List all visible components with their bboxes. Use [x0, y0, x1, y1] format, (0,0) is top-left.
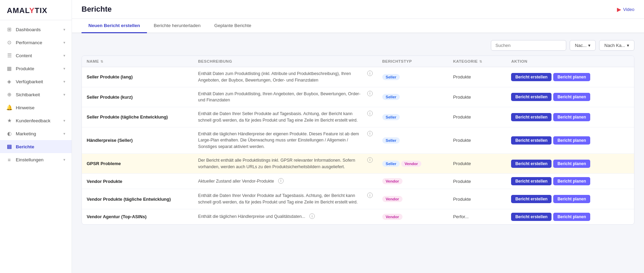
info-icon[interactable]: i: [278, 178, 284, 184]
video-icon: ▶: [617, 6, 621, 13]
sidebar-item-label-berichte: Berichte: [16, 144, 34, 149]
row-kategorie: Produkte: [448, 67, 507, 87]
row-actions: Bericht erstellenBericht planen: [506, 153, 634, 174]
info-icon[interactable]: i: [309, 213, 315, 219]
row-actions: Bericht erstellenBericht planen: [506, 107, 634, 127]
tab-neuen[interactable]: Neuen Bericht erstellen: [82, 19, 147, 33]
info-icon[interactable]: i: [367, 193, 373, 198]
row-actions: Bericht erstellenBericht planen: [506, 209, 634, 224]
chevron-icon: ▾: [63, 40, 65, 45]
chevron-icon: ▾: [63, 119, 65, 123]
row-actions: Bericht erstellenBericht planen: [506, 189, 634, 209]
sidebar-item-content[interactable]: ☰ Content ▾: [0, 49, 72, 62]
chevron-icon: ▾: [63, 79, 65, 84]
sort-icon: ⇅: [479, 60, 482, 63]
row-kategorie: Produkte: [448, 87, 507, 107]
sidebar-item-label-content: Content: [16, 53, 32, 58]
plan-report-button[interactable]: Bericht planen: [553, 177, 590, 185]
col-berichtstyp: BERICHTSTYP: [377, 56, 448, 67]
type-badge-vendor: Vendor: [401, 161, 421, 167]
filter-btn-2[interactable]: Nach Ka... ▾: [599, 40, 634, 51]
filter-btn-1[interactable]: Nac... ▾: [570, 40, 596, 51]
sidebar-item-label-dashboards: Dashboards: [16, 27, 41, 32]
row-description: Enthält die Daten Ihrer Vendor Produkte …: [193, 189, 377, 209]
table-row: Seller Produkte (tägliche Entwicklung)En…: [82, 107, 634, 127]
create-report-button[interactable]: Bericht erstellen: [511, 177, 552, 185]
sidebar-item-dashboards[interactable]: ⊞ Dashboards ▾: [0, 23, 72, 36]
sidebar-item-hinweise[interactable]: 🔔 Hinweise: [0, 101, 72, 114]
nav-icon-content: ☰: [6, 52, 12, 59]
create-report-button[interactable]: Bericht erstellen: [511, 136, 552, 145]
tab-geplante[interactable]: Geplante Berichte: [207, 19, 258, 33]
type-badge-vendor: Vendor: [382, 196, 402, 202]
type-badge-seller: Seller: [382, 74, 400, 80]
type-badge-seller: Seller: [382, 137, 400, 144]
row-description: Enthält die täglichen Händlerpreise und …: [193, 209, 377, 224]
sidebar-item-verfuegbarkeit[interactable]: ◈ Verfügbarkeit ▾: [0, 75, 72, 88]
plan-report-button[interactable]: Bericht planen: [553, 93, 590, 101]
plan-report-button[interactable]: Bericht planen: [553, 113, 590, 121]
chevron-icon: ▾: [63, 27, 65, 32]
plan-report-button[interactable]: Bericht planen: [553, 73, 590, 81]
sidebar-item-performance[interactable]: ⊙ Performance ▾: [0, 36, 72, 49]
info-icon[interactable]: i: [367, 91, 373, 96]
row-type: Vendor: [377, 174, 448, 189]
tab-herunterladen[interactable]: Berichte herunterladen: [147, 19, 208, 33]
plan-report-button[interactable]: Bericht planen: [553, 160, 590, 168]
col-name[interactable]: NAME⇅: [82, 56, 193, 67]
sidebar-item-marketing[interactable]: ◐ Marketing ▾: [0, 127, 72, 140]
plan-report-button[interactable]: Bericht planen: [553, 213, 590, 221]
sidebar-item-sichtbarkeit[interactable]: ⊕ Sichtbarkeit ▾: [0, 88, 72, 101]
create-report-button[interactable]: Bericht erstellen: [511, 160, 552, 168]
col-kategorie[interactable]: KATEGORIE⇅: [448, 56, 507, 67]
row-description: Enthält die täglichen Händlerpreise der …: [193, 127, 377, 153]
info-icon[interactable]: i: [367, 157, 373, 163]
topbar-right: ▶ Video: [617, 6, 634, 17]
chevron-icon: ▾: [63, 158, 65, 162]
sidebar-item-berichte[interactable]: ▤ Berichte: [0, 140, 72, 153]
info-icon[interactable]: i: [367, 111, 373, 116]
sidebar-item-label-kundenfeedback: Kundenfeedback: [16, 118, 50, 123]
nav-icon-dashboards: ⊞: [6, 26, 12, 33]
plan-report-button[interactable]: Bericht planen: [553, 195, 590, 203]
row-type: Seller: [377, 67, 448, 87]
row-actions: Bericht erstellenBericht planen: [506, 174, 634, 189]
row-actions: Bericht erstellenBericht planen: [506, 67, 634, 87]
create-report-button[interactable]: Bericht erstellen: [511, 195, 552, 203]
type-badge-vendor: Vendor: [382, 214, 402, 220]
row-name: Seller Produkte (tägliche Entwicklung): [82, 107, 193, 127]
video-link[interactable]: ▶ Video: [617, 6, 634, 13]
sidebar-item-label-hinweise: Hinweise: [16, 105, 35, 110]
nav-icon-verfuegbarkeit: ◈: [6, 78, 12, 85]
row-description: Der Bericht enthält alle Produktlistings…: [193, 153, 377, 174]
sidebar-item-einstellungen[interactable]: ≡ Einstellungen ▾: [0, 153, 72, 166]
create-report-button[interactable]: Bericht erstellen: [511, 113, 552, 121]
table-row: Vendor Produkte (tägliche Entwicklung)En…: [82, 189, 634, 209]
row-type: Seller: [377, 127, 448, 153]
content-area: Nac... ▾ Nach Ka... ▾ NAME⇅BESCHREIBUNGB…: [72, 33, 644, 273]
table-row: Vendor ProdukteAktueller Zustand aller V…: [82, 174, 634, 189]
create-report-button[interactable]: Bericht erstellen: [511, 213, 552, 221]
row-actions: Bericht erstellenBericht planen: [506, 127, 634, 153]
row-type: Seller: [377, 87, 448, 107]
info-icon[interactable]: i: [367, 71, 373, 76]
row-type: Vendor: [377, 189, 448, 209]
filter-row: Nac... ▾ Nach Ka... ▾: [82, 40, 634, 51]
sidebar-item-produkte[interactable]: ▦ Produkte ▾: [0, 62, 72, 75]
sidebar-item-kundenfeedback[interactable]: ★ Kundenfeedback ▾: [0, 114, 72, 127]
plan-report-button[interactable]: Bericht planen: [553, 136, 590, 145]
row-name: GPSR Probleme: [82, 153, 193, 174]
table-row: Seller Produkte (lang)Enthält Daten zum …: [82, 67, 634, 87]
sidebar-item-label-marketing: Marketing: [16, 131, 36, 136]
tab-bar: Neuen Bericht erstellenBerichte herunter…: [72, 19, 644, 33]
row-kategorie: Produkte: [448, 107, 507, 127]
table-row: GPSR ProblemeDer Bericht enthält alle Pr…: [82, 153, 634, 174]
table-row: Vendor Agentur (Top-ASINs)Enthält die tä…: [82, 209, 634, 224]
info-icon[interactable]: i: [367, 131, 373, 136]
create-report-button[interactable]: Bericht erstellen: [511, 93, 552, 101]
create-report-button[interactable]: Bericht erstellen: [511, 73, 552, 81]
chevron-icon: ▾: [63, 132, 65, 136]
table-row: Seller Produkte (kurz)Enthält Daten zum …: [82, 87, 634, 107]
sidebar: AMALYTIX ⊞ Dashboards ▾ ⊙ Performance ▾ …: [0, 0, 72, 273]
search-input[interactable]: [491, 40, 566, 51]
